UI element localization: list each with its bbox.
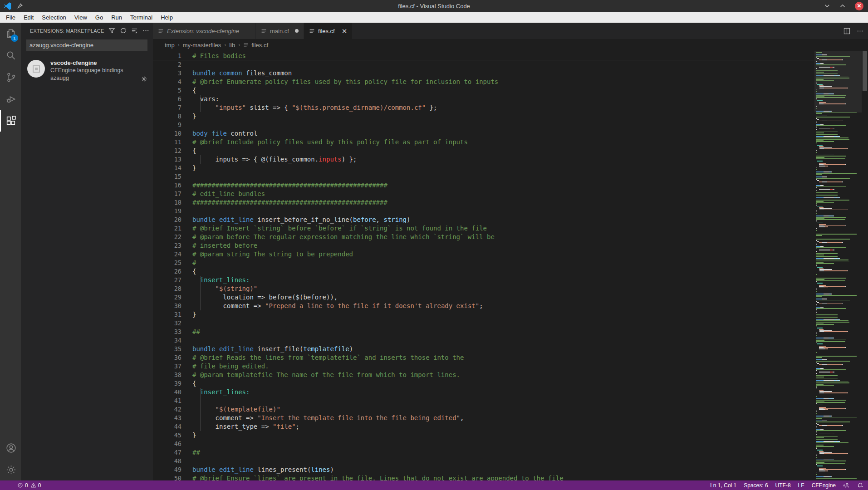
code-line[interactable]: 19 [153, 207, 814, 216]
code-line[interactable]: 3bundle common files_common [153, 69, 814, 78]
line-number[interactable]: 19 [153, 207, 181, 216]
code-line[interactable]: 30 comment => "Prepend a line to the fil… [153, 302, 814, 310]
line-number[interactable]: 32 [153, 319, 181, 328]
code-line-content[interactable]: ########################################… [181, 198, 387, 207]
code-line-content[interactable] [181, 457, 192, 466]
activity-explorer[interactable]: 1 [0, 23, 21, 44]
line-number[interactable]: 35 [153, 345, 181, 353]
code-line-content[interactable]: # Files bodies [181, 52, 246, 60]
line-number[interactable]: 7 [153, 103, 181, 112]
minimap-slider[interactable] [814, 51, 862, 113]
close-window-button[interactable]: ✕ [855, 2, 863, 10]
feedback-icon[interactable] [843, 482, 850, 489]
code-line-content[interactable] [181, 397, 192, 405]
line-number[interactable]: 4 [153, 78, 181, 86]
code-line[interactable]: 36# @brief Reads the lines from `templat… [153, 353, 814, 362]
code-line-content[interactable]: location => before($(before)), [181, 293, 338, 302]
code-line-content[interactable]: { [181, 147, 196, 155]
code-line-content[interactable]: # @brief Include policy files used by th… [181, 138, 468, 147]
code-line[interactable]: 13 inputs => { @(files_common.inputs) }; [153, 155, 814, 164]
code-line[interactable]: 10body file control [153, 129, 814, 138]
code-line-content[interactable]: # @param before The regular expression m… [181, 233, 495, 241]
code-line[interactable]: 6 vars: [153, 95, 814, 103]
breadcrumb-lib[interactable]: lib [229, 42, 235, 49]
code-line-content[interactable]: } [181, 431, 196, 440]
line-number[interactable]: 22 [153, 233, 181, 241]
code-line-content[interactable]: } [181, 164, 196, 172]
line-number[interactable]: 18 [153, 198, 181, 207]
menu-item-go[interactable]: Go [91, 12, 107, 23]
line-number[interactable]: 33 [153, 328, 181, 336]
breadcrumb-file[interactable]: files.cf [243, 42, 268, 49]
code-line[interactable]: 23# inserted before [153, 241, 814, 250]
code-line-content[interactable]: "$(string)" [181, 284, 257, 293]
code-line-content[interactable]: # file being edited. [181, 362, 269, 371]
code-line[interactable]: 50# @brief Ensure `lines` are present in… [153, 474, 814, 480]
line-number[interactable]: 50 [153, 474, 181, 480]
code-editor[interactable]: 1# Files bodies23bundle common files_com… [153, 51, 814, 480]
pin-icon[interactable] [17, 3, 23, 9]
code-line[interactable]: 11# @brief Include policy files used by … [153, 138, 814, 147]
line-number[interactable]: 38 [153, 371, 181, 379]
menu-item-file[interactable]: File [2, 12, 20, 23]
line-number[interactable]: 45 [153, 431, 181, 440]
line-number[interactable]: 48 [153, 457, 181, 466]
line-number[interactable]: 40 [153, 388, 181, 397]
tab-main-cf[interactable]: main.cf [256, 23, 304, 39]
line-number[interactable]: 17 [153, 190, 181, 198]
code-line-content[interactable]: "inputs" slist => { "$(this.promise_dirn… [181, 103, 437, 112]
code-line-content[interactable]: # inserted before [181, 241, 257, 250]
notifications-bell-icon[interactable] [857, 482, 863, 489]
code-line-content[interactable]: bundle edit_line insert_before_if_no_lin… [181, 216, 410, 224]
code-line-content[interactable]: inputs => { @(files_common.inputs) }; [181, 155, 357, 164]
more-editor-actions-icon[interactable] [857, 28, 863, 34]
activity-extensions[interactable] [0, 110, 21, 132]
code-line-content[interactable]: # [181, 259, 196, 267]
line-number[interactable]: 30 [153, 302, 181, 310]
code-line-content[interactable]: insert_lines: [181, 388, 250, 397]
close-tab-icon[interactable]: ✕ [342, 28, 348, 34]
code-line[interactable]: 18######################################… [153, 198, 814, 207]
line-number[interactable]: 14 [153, 164, 181, 172]
line-number[interactable]: 41 [153, 397, 181, 405]
code-line-content[interactable] [181, 60, 192, 69]
code-line-content[interactable]: { [181, 86, 196, 95]
code-line-content[interactable]: bundle edit_line insert_file(templatefil… [181, 345, 353, 353]
line-number[interactable]: 49 [153, 466, 181, 474]
code-line[interactable]: 7 "inputs" slist => { "$(this.promise_di… [153, 103, 814, 112]
line-number[interactable]: 36 [153, 353, 181, 362]
cursor-position[interactable]: Ln 1, Col 1 [710, 482, 736, 489]
indentation-setting[interactable]: Spaces: 6 [744, 482, 768, 489]
code-line[interactable]: 8} [153, 112, 814, 121]
extensions-search-input[interactable] [26, 39, 147, 51]
activity-run-debug[interactable] [0, 88, 21, 110]
filter-icon[interactable] [108, 27, 115, 34]
code-line-content[interactable] [181, 336, 192, 345]
line-number[interactable]: 10 [153, 129, 181, 138]
code-line[interactable]: 24# @param string The string to be prepe… [153, 250, 814, 259]
code-line-content[interactable]: { [181, 267, 196, 276]
line-number[interactable]: 3 [153, 69, 181, 78]
menu-item-run[interactable]: Run [107, 12, 126, 23]
code-line-content[interactable]: } [181, 310, 196, 319]
extension-manage-gear-icon[interactable] [141, 76, 147, 82]
line-number[interactable]: 47 [153, 448, 181, 457]
unsaved-changes-dot[interactable] [295, 29, 299, 33]
code-line[interactable]: 39{ [153, 379, 814, 388]
split-editor-icon[interactable] [843, 28, 850, 34]
code-line-content[interactable]: # @param string The string to be prepend… [181, 250, 353, 259]
clear-search-results-icon[interactable] [131, 27, 138, 34]
line-number[interactable]: 12 [153, 147, 181, 155]
code-line-content[interactable]: body file control [181, 129, 257, 138]
code-line-content[interactable]: # @brief Insert `string` before `before`… [181, 224, 487, 233]
code-line[interactable]: 9 [153, 121, 814, 129]
activity-source-control[interactable] [0, 66, 21, 88]
code-line-content[interactable]: # @brief Reads the lines from `templatef… [181, 353, 464, 362]
code-line[interactable]: 29 location => before($(before)), [153, 293, 814, 302]
code-line[interactable]: 5{ [153, 86, 814, 95]
code-line[interactable]: 44 insert_type => "file"; [153, 422, 814, 431]
more-actions-icon[interactable] [142, 27, 149, 34]
line-number[interactable]: 8 [153, 112, 181, 121]
activity-search[interactable] [0, 44, 21, 66]
code-line-content[interactable] [181, 440, 192, 448]
